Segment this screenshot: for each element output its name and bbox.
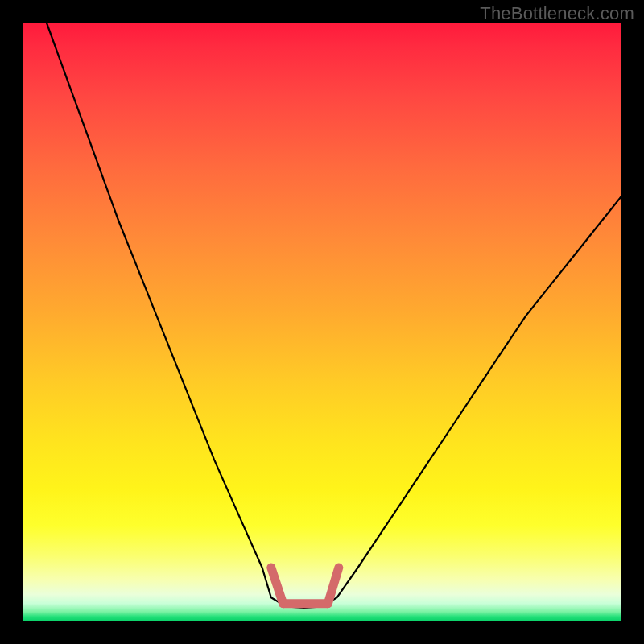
chart-frame: TheBottleneck.com bbox=[0, 0, 644, 644]
plot-area bbox=[23, 23, 621, 621]
watermark-text: TheBottleneck.com bbox=[480, 3, 634, 24]
plateau-highlight bbox=[271, 568, 339, 604]
curve-layer bbox=[23, 23, 621, 621]
curve-path bbox=[47, 23, 621, 608]
